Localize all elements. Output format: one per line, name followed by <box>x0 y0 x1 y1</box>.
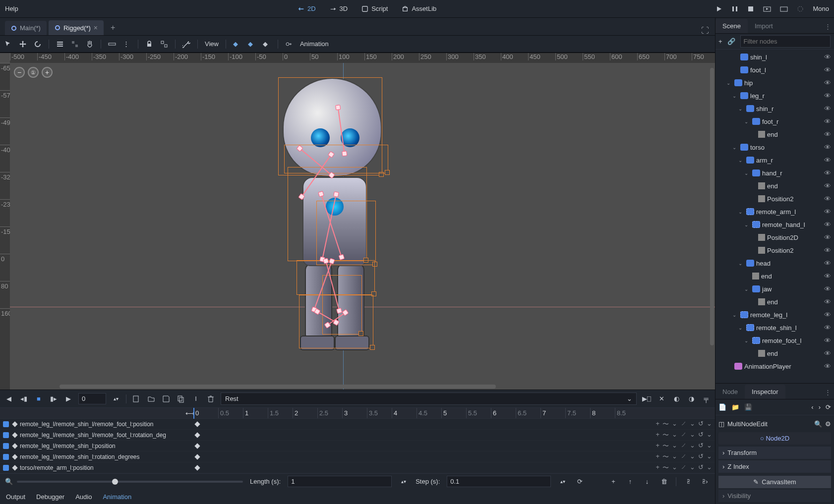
tree-toggle-icon[interactable]: ⌄ <box>726 80 732 86</box>
mode-2d[interactable]: 2D <box>298 5 316 12</box>
viewport-scroll-v[interactable] <box>710 68 714 345</box>
track-interp-icon[interactable]: 〜 <box>662 463 669 472</box>
tree-toggle-icon[interactable]: ⌄ <box>744 119 750 124</box>
tree-toggle-icon[interactable]: ⌄ <box>738 158 744 163</box>
loop-icon[interactable]: ⟳ <box>575 477 585 487</box>
filter-nodes-input[interactable] <box>740 35 831 48</box>
tab-inspector[interactable]: Inspector <box>745 385 785 399</box>
track-wrap-icon[interactable]: ⟋ <box>680 420 687 429</box>
track-row[interactable]: remote_leg_l/remote_shin_l:position + 〜 … <box>0 441 715 451</box>
tree-node[interactable]: end 👁 <box>715 179 834 192</box>
visibility-icon[interactable]: 👁 <box>824 53 831 61</box>
scale-tool-icon[interactable] <box>71 40 79 48</box>
tree-toggle-icon[interactable]: ⌄ <box>732 93 738 99</box>
track-interp-icon[interactable]: 〜 <box>662 420 669 429</box>
track-wrap-chevron[interactable]: ⌄ <box>690 452 695 461</box>
visibility-icon[interactable]: 👁 <box>824 117 831 125</box>
zoom-reset-icon[interactable]: ① <box>28 67 39 78</box>
keyframe[interactable] <box>194 421 200 427</box>
track-row[interactable]: remote_leg_l/remote_shin_l/remote_foot_l… <box>0 430 715 441</box>
list-select-icon[interactable] <box>56 40 64 48</box>
pause-project-icon[interactable] <box>731 5 738 12</box>
visibility-icon[interactable]: 👁 <box>824 324 831 332</box>
track-wrap-chevron[interactable]: ⌄ <box>690 420 695 429</box>
section-zindex[interactable]: ›Z Index <box>718 460 831 473</box>
length-spin-icon[interactable]: ▴▾ <box>399 477 409 487</box>
inspector-menu-icon[interactable]: ⋮ <box>822 386 834 399</box>
autoplay-icon[interactable]: ▶⎕ <box>642 394 652 404</box>
move-tool-icon[interactable] <box>19 40 27 48</box>
track-interp-icon[interactable]: 〜 <box>662 452 669 461</box>
visibility-icon[interactable]: 👁 <box>824 130 831 138</box>
tree-node[interactable]: end 👁 <box>715 295 834 308</box>
resource-save-icon[interactable]: 💾 <box>744 403 752 411</box>
scene-tab-rigged[interactable]: Rigged(*)× <box>49 20 104 35</box>
tree-toggle-icon[interactable]: ⌄ <box>738 261 744 266</box>
step-spin-icon[interactable]: ▴▾ <box>558 477 568 487</box>
tree-node[interactable]: ⌄ foot_r 👁 <box>715 115 834 128</box>
onion-past-icon[interactable]: ◑ <box>686 394 696 404</box>
tree-node[interactable]: foot_l 👁 <box>715 63 834 76</box>
mono-label[interactable]: Mono <box>813 5 829 12</box>
tree-toggle-icon[interactable]: ⌄ <box>738 209 744 215</box>
add-tab-icon[interactable]: + <box>106 20 120 35</box>
track-wrap-chevron[interactable]: ⌄ <box>690 431 695 440</box>
rotate-tool-icon[interactable] <box>34 40 42 48</box>
visibility-icon[interactable]: 👁 <box>824 272 831 280</box>
keyframe[interactable] <box>194 443 200 448</box>
track-enable-check[interactable] <box>3 421 9 427</box>
tab-audio[interactable]: Audio <box>75 493 92 501</box>
close-icon[interactable]: × <box>94 24 98 32</box>
tree-node[interactable]: end 👁 <box>715 270 834 282</box>
track-loop-icon[interactable]: ↺ <box>698 463 704 472</box>
mode-assetlib[interactable]: AssetLib <box>402 5 436 12</box>
track-row[interactable]: torso/remote_arm_l:position + 〜 ⌄ ⟋ ⌄ ↺ … <box>0 462 715 473</box>
tree-node[interactable]: ⌄ remote_arm_l 👁 <box>715 205 834 218</box>
bone-tool-icon[interactable] <box>182 40 190 48</box>
track-add-key-icon[interactable]: + <box>655 463 659 472</box>
tree-node[interactable]: ⌄ hip 👁 <box>715 76 834 89</box>
tree-node[interactable]: ⌄ shin_r 👁 <box>715 102 834 115</box>
tree-toggle-icon[interactable]: ⌄ <box>738 325 744 331</box>
visibility-icon[interactable]: 👁 <box>824 311 831 319</box>
track-wrap-icon[interactable]: ⟋ <box>680 431 687 440</box>
tree-node[interactable]: ⌄ remote_foot_l 👁 <box>715 334 834 347</box>
track-loop-chevron[interactable]: ⌄ <box>707 463 712 472</box>
tree-node[interactable]: Position2 👁 <box>715 244 834 257</box>
tree-node[interactable]: end 👁 <box>715 347 834 360</box>
track-add-key-icon[interactable]: + <box>655 442 659 450</box>
history-next-icon[interactable]: › <box>819 403 821 411</box>
track-loop-icon[interactable]: ↺ <box>698 452 704 461</box>
zoom-out-small-icon[interactable]: 🔍 <box>5 478 13 485</box>
snap-icon[interactable]: ⫔ <box>683 477 693 487</box>
tree-node[interactable]: ⌄ remote_leg_l 👁 <box>715 308 834 321</box>
tree-node[interactable]: end 👁 <box>715 128 834 141</box>
resource-load-icon[interactable]: 📁 <box>731 403 739 411</box>
tree-toggle-icon[interactable]: ⌄ <box>744 338 750 343</box>
track-loop-icon[interactable]: ↺ <box>698 420 704 429</box>
tree-node[interactable]: shin_l 👁 <box>715 51 834 63</box>
play-custom-scene-icon[interactable] <box>780 5 788 12</box>
playhead[interactable] <box>193 408 194 419</box>
track-interp-chevron[interactable]: ⌄ <box>672 442 677 450</box>
visibility-icon[interactable]: 👁 <box>824 92 831 100</box>
visibility-icon[interactable]: 👁 <box>824 362 831 370</box>
track-delete-icon[interactable]: 🗑 <box>659 477 669 487</box>
add-track-icon[interactable]: + <box>608 477 618 487</box>
tree-node[interactable]: ⌄ leg_r 👁 <box>715 89 834 102</box>
tree-node[interactable]: ⌄ jaw 👁 <box>715 282 834 295</box>
keyframe[interactable] <box>194 465 200 470</box>
anchor-icon-2[interactable]: ◆ <box>248 40 256 48</box>
tree-node[interactable]: ⌄ arm_r 👁 <box>715 154 834 167</box>
anim-stop-icon[interactable]: ■ <box>34 394 44 404</box>
section-transform[interactable]: ›Transform <box>718 447 831 459</box>
track-loop-icon[interactable]: ↺ <box>698 442 704 450</box>
anim-copy-icon[interactable] <box>176 394 186 404</box>
tree-node[interactable]: ⌄ remote_hand_l 👁 <box>715 218 834 231</box>
mode-script[interactable]: Script <box>361 5 388 12</box>
track-interp-icon[interactable]: 〜 <box>662 431 669 440</box>
track-wrap-icon[interactable]: ⟋ <box>680 452 687 461</box>
more-icon[interactable]: ⋮ <box>123 40 131 48</box>
stop-project-icon[interactable] <box>747 5 754 12</box>
visibility-icon[interactable]: 👁 <box>824 169 831 177</box>
